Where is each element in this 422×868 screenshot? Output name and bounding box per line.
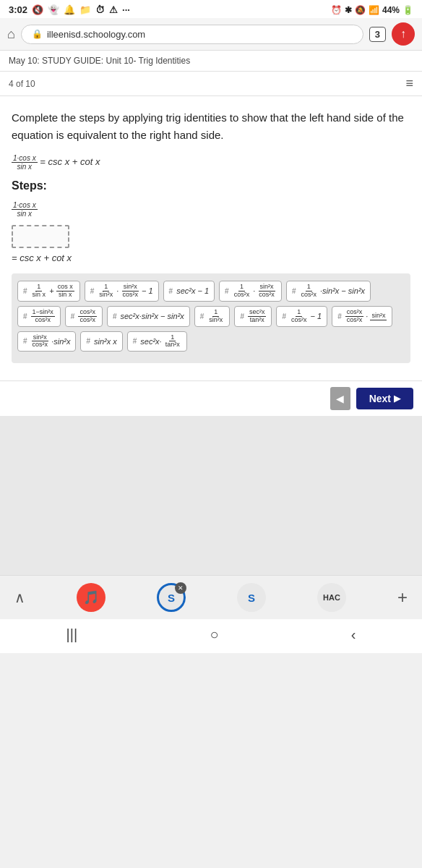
option-chip[interactable]: # sec²x· 1tan²x (127, 331, 187, 352)
option-chip[interactable]: # sin²xcos²x ·sin²x (17, 331, 76, 352)
taskbar-app-orange[interactable]: 🎵 (77, 583, 106, 612)
alert-icon: ⚠ (109, 4, 118, 15)
battery: 44% (382, 5, 400, 15)
drop-zone[interactable] (12, 225, 69, 248)
equation-lhs: 1·cos xsin x (12, 156, 40, 167)
page-indicator: 4 of 10 ≡ (0, 72, 422, 96)
bluetooth-icon: ✱ (345, 5, 352, 15)
url-text: illeenisd.schoology.com (47, 29, 145, 40)
next-chevron: ▶ (394, 393, 400, 404)
android-nav-lines[interactable]: ||| (66, 626, 78, 643)
more-icon: ··· (122, 4, 130, 15)
option-chip[interactable]: # 1cos²x ·sin²x − sin²x (286, 281, 371, 302)
option-chip[interactable]: # sec²x·sin²x − sin²x (107, 306, 190, 327)
menu-icon[interactable]: ≡ (405, 76, 413, 91)
taskbar-schoology2[interactable]: S (237, 583, 266, 612)
option-chip[interactable]: # cos²xcos²x · sin²x (332, 306, 392, 327)
options-row-2: # 1−sin²xcos²x # cos²xcos²x # sec²x·sin²… (17, 306, 405, 327)
status-bar: 3:02 🔇 👻 🔔 📁 ⏱ ⚠ ··· ⏰ ✱ 🔕 📶 44% 🔋 (0, 0, 422, 18)
android-nav-back[interactable]: ‹ (351, 626, 356, 643)
schoology-icon-label: S (168, 592, 175, 604)
taskbar-hac[interactable]: HAC (317, 583, 346, 612)
status-right: ⏰ ✱ 🔕 📶 44% 🔋 (331, 5, 413, 15)
options-row-1: # 1sin x + cos xsin x # 1sin²x · sin²xco… (17, 281, 405, 302)
option-chip[interactable]: # sin²x x (80, 331, 122, 352)
option-chip[interactable]: # 1sin x + cos xsin x (17, 281, 80, 302)
taskbar-add-button[interactable]: + (397, 587, 408, 608)
question-text: Complete the steps by applying trig iden… (12, 109, 410, 144)
lock-icon: 🔒 (32, 29, 43, 39)
volume-icon: 🔇 (32, 4, 43, 15)
option-chip[interactable]: # sec²xtan²x (234, 306, 272, 327)
upload-button[interactable]: ↑ (392, 22, 415, 46)
gray-space (0, 416, 422, 575)
alarm-icon: ⏰ (331, 5, 342, 15)
timer-icon: ⏱ (95, 4, 105, 15)
prev-button[interactable]: ◀ (330, 387, 350, 410)
android-nav-home[interactable]: ○ (210, 626, 218, 643)
android-nav: ||| ○ ‹ (0, 619, 422, 653)
folder-icon: 📁 (79, 4, 91, 15)
taskbar-chevron-up[interactable]: ∧ (14, 589, 25, 606)
page-number: 4 of 10 (9, 79, 35, 89)
equation-display: 1·cos xsin x = csc x + cot x (12, 154, 410, 171)
status-left: 3:02 🔇 👻 🔔 📁 ⏱ ⚠ ··· (9, 4, 130, 15)
nav-row: ◀ Next ▶ (0, 380, 422, 416)
option-chip[interactable]: # cos²xcos²x (65, 306, 103, 327)
taskbar: ∧ 🎵 S ✕ S HAC + (0, 575, 422, 619)
next-button[interactable]: Next ▶ (356, 388, 413, 409)
option-chip[interactable]: # 1sin²x (194, 306, 231, 327)
close-badge: ✕ (175, 582, 186, 594)
result-text: = csc x + cot x (12, 252, 410, 263)
option-chip[interactable]: # 1cos²x · sin²xcos²x (219, 281, 282, 302)
breadcrumb: May 10: STUDY GUIDE: Unit 10- Trig Ident… (0, 51, 422, 72)
snapchat-icon: 👻 (48, 4, 59, 15)
option-chip[interactable]: # sec²x − 1 (163, 281, 215, 302)
url-bar[interactable]: 🔒 illeenisd.schoology.com (21, 25, 363, 44)
bell-icon: 🔔 (64, 4, 75, 15)
battery-icon: 🔋 (402, 5, 413, 15)
options-row-3: # sin²xcos²x ·sin²x # sin²x x # sec²x· 1… (17, 331, 405, 352)
time: 3:02 (9, 4, 27, 15)
home-button[interactable]: ⌂ (7, 27, 15, 42)
options-area: # 1sin x + cos xsin x # 1sin²x · sin²xco… (12, 273, 410, 363)
browser-bar: ⌂ 🔒 illeenisd.schoology.com 3 ↑ (0, 18, 422, 51)
option-chip[interactable]: # 1−sin²xcos²x (17, 306, 61, 327)
taskbar-schoology-active[interactable]: S ✕ (157, 583, 186, 612)
step-start: 1·cos xsin x (12, 201, 38, 218)
tab-count[interactable]: 3 (369, 27, 386, 42)
steps-label: Steps: (12, 179, 410, 192)
option-chip[interactable]: # 1cos²x − 1 (276, 306, 327, 327)
signal-icon: 📶 (369, 5, 379, 15)
option-chip[interactable]: # 1sin²x · sin²xcos²x − 1 (85, 281, 159, 302)
mute-icon: 🔕 (355, 5, 366, 15)
main-content: Complete the steps by applying trig iden… (0, 96, 422, 380)
